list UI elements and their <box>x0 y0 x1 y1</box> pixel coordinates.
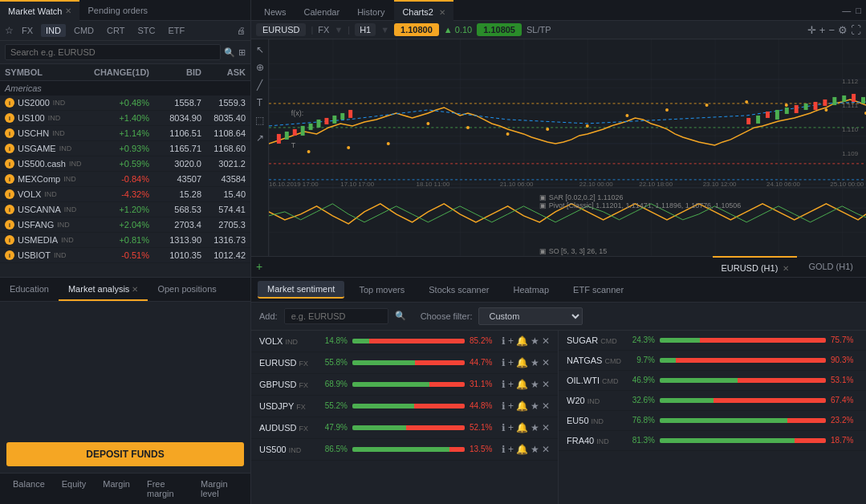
close-icon[interactable]: ✕ <box>542 444 550 455</box>
market-row[interactable]: i MEXComp IND -0.84% 43507 43584 <box>0 172 250 187</box>
zoom-out-icon[interactable]: − <box>828 24 835 36</box>
tab-ind[interactable]: IND <box>41 24 66 37</box>
close-market-watch[interactable]: ✕ <box>65 1 71 22</box>
tab-cmd[interactable]: CMD <box>69 24 99 37</box>
settings-icon[interactable]: ⚙ <box>838 24 848 36</box>
tool-measure[interactable]: ⬚ <box>254 113 266 128</box>
close-charts2[interactable]: ✕ <box>439 8 445 17</box>
tab-top-movers[interactable]: Top movers <box>349 282 414 298</box>
zoom-in-icon[interactable]: + <box>819 24 826 36</box>
tool-crosshair[interactable]: ⊕ <box>254 60 266 75</box>
tab-news[interactable]: News <box>256 0 295 21</box>
tab-calendar[interactable]: Calendar <box>296 0 348 21</box>
star-icon[interactable]: ★ <box>531 357 539 368</box>
tab-pending-orders[interactable]: Pending orders <box>79 0 156 21</box>
tab-etf[interactable]: ETF <box>164 24 190 37</box>
tab-gold-h1[interactable]: GOLD (H1) <box>800 256 861 277</box>
fullscreen-icon[interactable]: ⛶ <box>851 24 861 36</box>
close-eurusd-tab[interactable]: ✕ <box>783 264 789 273</box>
tab-market-analysis[interactable]: Market analysis ✕ <box>59 277 148 301</box>
info-icon[interactable]: ℹ <box>502 379 506 390</box>
market-row[interactable]: i USCANNA IND +1.20% 568.53 574.41 <box>0 202 250 217</box>
add-instrument-input[interactable] <box>284 308 388 324</box>
chart-timeframe[interactable]: H1 <box>355 23 376 36</box>
market-row[interactable]: i US2000 IND +0.48% 1558.7 1559.3 <box>0 96 250 111</box>
sym-badge: IND <box>61 236 74 244</box>
info-icon[interactable]: ℹ <box>502 335 506 347</box>
add-icon[interactable]: + <box>508 422 514 433</box>
star-icon[interactable]: ☆ <box>5 25 14 36</box>
close-icon[interactable]: ✕ <box>542 422 550 433</box>
bell-icon[interactable]: 🔔 <box>516 379 528 390</box>
chart-instrument[interactable]: EURUSD <box>256 23 306 36</box>
bell-icon[interactable]: 🔔 <box>516 444 528 455</box>
tab-fx[interactable]: FX <box>17 24 38 37</box>
tab-education[interactable]: Education <box>0 277 59 301</box>
tool-cursor[interactable]: ↖ <box>254 43 266 57</box>
close-market-analysis[interactable]: ✕ <box>132 285 138 294</box>
red-pct: 23.2% <box>831 416 858 425</box>
printer-icon[interactable]: 🖨 <box>237 26 246 35</box>
add-icon[interactable]: + <box>508 400 514 412</box>
add-icon[interactable]: + <box>508 444 514 455</box>
market-row[interactable]: i VOLX IND -4.32% 15.28 15.40 <box>0 187 250 202</box>
tab-market-sentiment[interactable]: Market sentiment <box>258 281 344 299</box>
footer-tab-balance[interactable]: Balance <box>5 477 53 501</box>
tab-charts2[interactable]: Charts2 ✕ <box>394 0 453 21</box>
bell-icon[interactable]: 🔔 <box>516 422 528 433</box>
tab-heatmap[interactable]: Heatmap <box>503 282 559 298</box>
info-icon[interactable]: ℹ <box>502 357 506 368</box>
close-icon[interactable]: ✕ <box>542 335 550 347</box>
bell-icon[interactable]: 🔔 <box>516 357 528 368</box>
grid-icon[interactable]: ⊞ <box>238 47 246 58</box>
info-icon[interactable]: ℹ <box>502 422 506 433</box>
minimize-icon[interactable]: — <box>842 6 851 15</box>
close-icon[interactable]: ✕ <box>542 400 550 412</box>
star-icon[interactable]: ★ <box>531 335 539 347</box>
market-row[interactable]: i USGAME IND +0.93% 1165.71 1168.60 <box>0 141 250 156</box>
add-icon[interactable]: + <box>508 379 514 390</box>
market-row[interactable]: i US500.cash IND +0.59% 3020.0 3021.2 <box>0 156 250 172</box>
close-icon[interactable]: ✕ <box>542 357 550 368</box>
star-icon[interactable]: ★ <box>531 422 539 433</box>
bell-icon[interactable]: 🔔 <box>516 400 528 412</box>
deposit-funds-button[interactable]: DEPOSIT FUNDS <box>6 442 244 466</box>
footer-tab-margin-level[interactable]: Margin level <box>193 477 246 501</box>
sym-name: MEXComp <box>18 174 60 184</box>
crosshair-icon[interactable]: ✛ <box>807 24 816 36</box>
tool-line[interactable]: ╱ <box>255 78 264 92</box>
add-icon[interactable]: + <box>508 335 514 347</box>
tab-eurusd-h1[interactable]: EURUSD (H1) ✕ <box>713 256 797 277</box>
info-icon[interactable]: ℹ <box>502 400 506 412</box>
market-row[interactable]: i USCHN IND +1.14% 1106.51 1108.64 <box>0 126 250 141</box>
tab-stocks-scanner[interactable]: Stocks scanner <box>419 282 498 298</box>
market-row[interactable]: i USBIOT IND -0.51% 1010.35 1012.42 <box>0 248 250 263</box>
footer-tab-equity[interactable]: Equity <box>54 477 95 501</box>
maximize-icon[interactable]: □ <box>856 6 861 15</box>
tab-etf-scanner[interactable]: ETF scanner <box>563 282 633 298</box>
star-icon[interactable]: ★ <box>531 400 539 412</box>
star-icon[interactable]: ★ <box>531 444 539 455</box>
bell-icon[interactable]: 🔔 <box>516 335 528 347</box>
tool-share[interactable]: ↗ <box>254 131 266 145</box>
star-icon[interactable]: ★ <box>531 379 539 390</box>
add-chart-tab[interactable]: + <box>256 260 262 273</box>
add-icon[interactable]: + <box>508 357 514 368</box>
market-row[interactable]: i USFANG IND +2.04% 2703.4 2705.3 <box>0 217 250 233</box>
tab-open-positions[interactable]: Open positions <box>148 277 226 301</box>
search-input[interactable] <box>5 44 221 60</box>
market-row[interactable]: i USMEDIA IND +0.81% 1313.90 1316.73 <box>0 233 250 248</box>
close-icon[interactable]: ✕ <box>542 379 550 390</box>
tab-history[interactable]: History <box>349 0 392 21</box>
sentiment-bar <box>352 339 465 343</box>
tool-text[interactable]: T <box>255 96 264 110</box>
tab-crt[interactable]: CRT <box>102 24 129 37</box>
footer-tab-free-margin[interactable]: Free margin <box>139 477 192 501</box>
search-instruments-icon[interactable]: 🔍 <box>395 311 406 321</box>
market-row[interactable]: i US100 IND +1.40% 8034.90 8035.40 <box>0 111 250 126</box>
tab-stc[interactable]: STC <box>133 24 161 37</box>
tab-market-watch[interactable]: Market Watch ✕ <box>0 0 79 21</box>
filter-select[interactable]: Custom <box>478 307 583 325</box>
footer-tab-margin[interactable]: Margin <box>95 477 138 501</box>
info-icon[interactable]: ℹ <box>502 444 506 455</box>
